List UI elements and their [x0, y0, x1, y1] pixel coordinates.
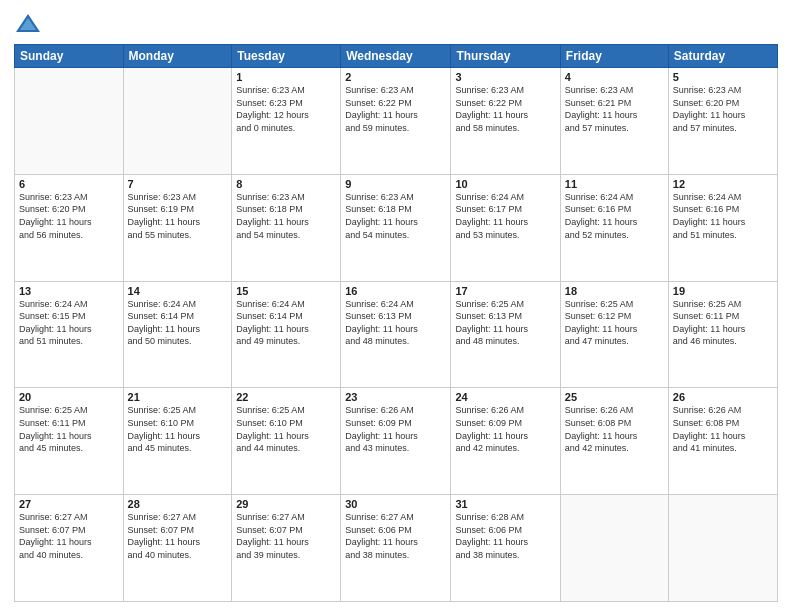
cell-info: Sunrise: 6:24 AMSunset: 6:13 PMDaylight:… [345, 298, 446, 348]
day-number: 13 [19, 285, 119, 297]
calendar-cell: 23Sunrise: 6:26 AMSunset: 6:09 PMDayligh… [341, 388, 451, 495]
page: SundayMondayTuesdayWednesdayThursdayFrid… [0, 0, 792, 612]
calendar-cell: 13Sunrise: 6:24 AMSunset: 6:15 PMDayligh… [15, 281, 124, 388]
calendar-cell: 3Sunrise: 6:23 AMSunset: 6:22 PMDaylight… [451, 68, 560, 175]
calendar-cell [123, 68, 232, 175]
calendar-cell: 21Sunrise: 6:25 AMSunset: 6:10 PMDayligh… [123, 388, 232, 495]
cell-info: Sunrise: 6:27 AMSunset: 6:06 PMDaylight:… [345, 511, 446, 561]
cell-info: Sunrise: 6:23 AMSunset: 6:22 PMDaylight:… [455, 84, 555, 134]
calendar-cell: 22Sunrise: 6:25 AMSunset: 6:10 PMDayligh… [232, 388, 341, 495]
cell-info: Sunrise: 6:23 AMSunset: 6:22 PMDaylight:… [345, 84, 446, 134]
cell-info: Sunrise: 6:23 AMSunset: 6:18 PMDaylight:… [236, 191, 336, 241]
cell-info: Sunrise: 6:24 AMSunset: 6:16 PMDaylight:… [565, 191, 664, 241]
day-number: 1 [236, 71, 336, 83]
day-header-sunday: Sunday [15, 45, 124, 68]
day-number: 29 [236, 498, 336, 510]
calendar-cell: 25Sunrise: 6:26 AMSunset: 6:08 PMDayligh… [560, 388, 668, 495]
day-number: 9 [345, 178, 446, 190]
cell-info: Sunrise: 6:23 AMSunset: 6:23 PMDaylight:… [236, 84, 336, 134]
cell-info: Sunrise: 6:23 AMSunset: 6:21 PMDaylight:… [565, 84, 664, 134]
day-number: 22 [236, 391, 336, 403]
day-number: 16 [345, 285, 446, 297]
cell-info: Sunrise: 6:23 AMSunset: 6:20 PMDaylight:… [673, 84, 773, 134]
cell-info: Sunrise: 6:24 AMSunset: 6:17 PMDaylight:… [455, 191, 555, 241]
calendar: SundayMondayTuesdayWednesdayThursdayFrid… [14, 44, 778, 602]
calendar-cell: 9Sunrise: 6:23 AMSunset: 6:18 PMDaylight… [341, 174, 451, 281]
day-number: 21 [128, 391, 228, 403]
calendar-body: 1Sunrise: 6:23 AMSunset: 6:23 PMDaylight… [15, 68, 778, 602]
calendar-cell: 20Sunrise: 6:25 AMSunset: 6:11 PMDayligh… [15, 388, 124, 495]
day-number: 23 [345, 391, 446, 403]
week-row-1: 6Sunrise: 6:23 AMSunset: 6:20 PMDaylight… [15, 174, 778, 281]
calendar-cell: 8Sunrise: 6:23 AMSunset: 6:18 PMDaylight… [232, 174, 341, 281]
cell-info: Sunrise: 6:26 AMSunset: 6:09 PMDaylight:… [455, 404, 555, 454]
calendar-cell: 10Sunrise: 6:24 AMSunset: 6:17 PMDayligh… [451, 174, 560, 281]
day-number: 12 [673, 178, 773, 190]
cell-info: Sunrise: 6:25 AMSunset: 6:11 PMDaylight:… [19, 404, 119, 454]
cell-info: Sunrise: 6:25 AMSunset: 6:11 PMDaylight:… [673, 298, 773, 348]
header-row: SundayMondayTuesdayWednesdayThursdayFrid… [15, 45, 778, 68]
calendar-cell: 26Sunrise: 6:26 AMSunset: 6:08 PMDayligh… [668, 388, 777, 495]
calendar-cell: 24Sunrise: 6:26 AMSunset: 6:09 PMDayligh… [451, 388, 560, 495]
day-header-monday: Monday [123, 45, 232, 68]
day-number: 15 [236, 285, 336, 297]
cell-info: Sunrise: 6:26 AMSunset: 6:08 PMDaylight:… [673, 404, 773, 454]
cell-info: Sunrise: 6:27 AMSunset: 6:07 PMDaylight:… [19, 511, 119, 561]
logo-icon [14, 10, 42, 38]
cell-info: Sunrise: 6:23 AMSunset: 6:20 PMDaylight:… [19, 191, 119, 241]
cell-info: Sunrise: 6:25 AMSunset: 6:13 PMDaylight:… [455, 298, 555, 348]
week-row-0: 1Sunrise: 6:23 AMSunset: 6:23 PMDaylight… [15, 68, 778, 175]
calendar-cell: 27Sunrise: 6:27 AMSunset: 6:07 PMDayligh… [15, 495, 124, 602]
cell-info: Sunrise: 6:24 AMSunset: 6:16 PMDaylight:… [673, 191, 773, 241]
day-number: 3 [455, 71, 555, 83]
cell-info: Sunrise: 6:28 AMSunset: 6:06 PMDaylight:… [455, 511, 555, 561]
cell-info: Sunrise: 6:24 AMSunset: 6:14 PMDaylight:… [236, 298, 336, 348]
week-row-4: 27Sunrise: 6:27 AMSunset: 6:07 PMDayligh… [15, 495, 778, 602]
day-number: 26 [673, 391, 773, 403]
cell-info: Sunrise: 6:25 AMSunset: 6:10 PMDaylight:… [236, 404, 336, 454]
calendar-cell: 31Sunrise: 6:28 AMSunset: 6:06 PMDayligh… [451, 495, 560, 602]
day-header-thursday: Thursday [451, 45, 560, 68]
calendar-cell: 11Sunrise: 6:24 AMSunset: 6:16 PMDayligh… [560, 174, 668, 281]
day-header-wednesday: Wednesday [341, 45, 451, 68]
calendar-cell: 6Sunrise: 6:23 AMSunset: 6:20 PMDaylight… [15, 174, 124, 281]
day-header-saturday: Saturday [668, 45, 777, 68]
day-number: 6 [19, 178, 119, 190]
day-number: 25 [565, 391, 664, 403]
calendar-cell: 17Sunrise: 6:25 AMSunset: 6:13 PMDayligh… [451, 281, 560, 388]
calendar-cell: 28Sunrise: 6:27 AMSunset: 6:07 PMDayligh… [123, 495, 232, 602]
day-number: 24 [455, 391, 555, 403]
cell-info: Sunrise: 6:24 AMSunset: 6:15 PMDaylight:… [19, 298, 119, 348]
day-number: 2 [345, 71, 446, 83]
day-number: 4 [565, 71, 664, 83]
cell-info: Sunrise: 6:24 AMSunset: 6:14 PMDaylight:… [128, 298, 228, 348]
calendar-cell: 12Sunrise: 6:24 AMSunset: 6:16 PMDayligh… [668, 174, 777, 281]
day-number: 27 [19, 498, 119, 510]
day-number: 10 [455, 178, 555, 190]
calendar-cell: 29Sunrise: 6:27 AMSunset: 6:07 PMDayligh… [232, 495, 341, 602]
day-header-tuesday: Tuesday [232, 45, 341, 68]
cell-info: Sunrise: 6:27 AMSunset: 6:07 PMDaylight:… [128, 511, 228, 561]
day-number: 5 [673, 71, 773, 83]
day-number: 20 [19, 391, 119, 403]
cell-info: Sunrise: 6:26 AMSunset: 6:09 PMDaylight:… [345, 404, 446, 454]
day-number: 28 [128, 498, 228, 510]
day-number: 18 [565, 285, 664, 297]
calendar-cell: 30Sunrise: 6:27 AMSunset: 6:06 PMDayligh… [341, 495, 451, 602]
day-number: 17 [455, 285, 555, 297]
day-number: 7 [128, 178, 228, 190]
day-number: 8 [236, 178, 336, 190]
cell-info: Sunrise: 6:25 AMSunset: 6:12 PMDaylight:… [565, 298, 664, 348]
logo [14, 10, 46, 38]
calendar-cell: 16Sunrise: 6:24 AMSunset: 6:13 PMDayligh… [341, 281, 451, 388]
header [14, 10, 778, 38]
cell-info: Sunrise: 6:23 AMSunset: 6:19 PMDaylight:… [128, 191, 228, 241]
calendar-cell: 5Sunrise: 6:23 AMSunset: 6:20 PMDaylight… [668, 68, 777, 175]
cell-info: Sunrise: 6:26 AMSunset: 6:08 PMDaylight:… [565, 404, 664, 454]
cell-info: Sunrise: 6:27 AMSunset: 6:07 PMDaylight:… [236, 511, 336, 561]
calendar-cell: 18Sunrise: 6:25 AMSunset: 6:12 PMDayligh… [560, 281, 668, 388]
calendar-cell: 1Sunrise: 6:23 AMSunset: 6:23 PMDaylight… [232, 68, 341, 175]
calendar-cell: 7Sunrise: 6:23 AMSunset: 6:19 PMDaylight… [123, 174, 232, 281]
day-header-friday: Friday [560, 45, 668, 68]
week-row-3: 20Sunrise: 6:25 AMSunset: 6:11 PMDayligh… [15, 388, 778, 495]
